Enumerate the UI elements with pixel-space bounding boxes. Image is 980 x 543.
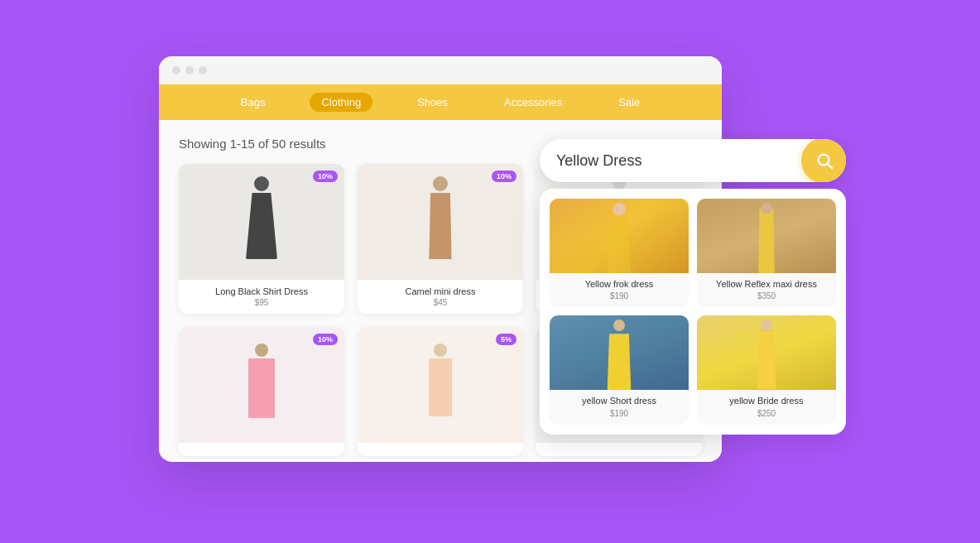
search-query-display[interactable]: Yellow Dress	[540, 152, 801, 170]
product-badge: 10%	[313, 334, 338, 345]
result-name: yellow Short dress	[556, 395, 682, 406]
product-image: 5%	[358, 327, 523, 443]
product-card[interactable]: 10%	[179, 327, 344, 456]
nav-bar: Bags Clothing Shoes Accessories Sale	[159, 84, 722, 120]
browser-titlebar	[159, 56, 722, 84]
svg-line-1	[828, 164, 832, 168]
result-name: yellow Bride dress	[704, 395, 829, 406]
product-figure	[416, 176, 465, 267]
product-image: 10%	[179, 164, 344, 280]
scene: Bags Clothing Shoes Accessories Sale Sho…	[159, 56, 821, 487]
nav-item-clothing[interactable]: Clothing	[310, 93, 372, 112]
result-info: yellow Short dress $190	[550, 390, 689, 424]
product-card[interactable]: 5%	[358, 327, 523, 456]
result-info: Yellow frok dress $190	[550, 273, 689, 307]
product-image: 10%	[358, 164, 523, 280]
result-price: $190	[556, 409, 682, 418]
result-image	[697, 315, 836, 390]
search-result-item[interactable]: Yellow Reflex maxi dress $350	[697, 199, 836, 307]
result-name: Yellow Reflex maxi dress	[704, 278, 829, 290]
result-image	[550, 315, 689, 390]
product-info: Long Black Shirt Dress $95	[179, 280, 344, 314]
product-info	[358, 443, 523, 456]
nav-item-shoes[interactable]: Shoes	[406, 93, 459, 112]
result-price: $250	[704, 409, 829, 418]
result-price: $190	[556, 291, 682, 300]
nav-item-sale[interactable]: Sale	[607, 93, 651, 112]
search-result-item[interactable]: yellow Bride dress $250	[697, 315, 836, 424]
result-image-content	[550, 199, 689, 273]
product-price: $45	[366, 298, 515, 307]
search-icon	[815, 151, 833, 170]
search-overlay: Yellow Dress	[540, 139, 846, 435]
product-name: Camel mini dress	[366, 286, 515, 296]
result-image	[550, 199, 689, 273]
product-image: 10%	[179, 327, 344, 443]
result-price: $350	[704, 291, 829, 300]
product-card[interactable]: 10% Long Black Shirt Dress $95	[179, 164, 344, 314]
product-name: Long Black Shirt Dress	[187, 286, 336, 296]
result-image	[697, 199, 836, 273]
window-dot-red	[172, 66, 180, 74]
product-info	[179, 443, 344, 456]
nav-item-accessories[interactable]: Accessories	[492, 93, 574, 112]
product-info: Camel mini dress $45	[358, 280, 523, 314]
search-button[interactable]	[801, 139, 846, 182]
search-result-item[interactable]: yellow Short dress $190	[550, 315, 689, 424]
product-figure	[237, 176, 286, 267]
window-dot-yellow	[185, 66, 194, 74]
window-dot-green	[199, 66, 207, 74]
product-price: $95	[187, 298, 336, 307]
nav-item-bags[interactable]: Bags	[229, 93, 277, 112]
product-figure	[239, 344, 285, 426]
search-bar: Yellow Dress	[540, 139, 846, 182]
result-info: yellow Bride dress $250	[697, 390, 836, 424]
result-name: Yellow frok dress	[556, 278, 682, 290]
product-badge: 10%	[492, 171, 516, 182]
product-badge: 10%	[313, 171, 338, 182]
product-figure	[420, 344, 461, 426]
search-results-dropdown: Yellow frok dress $190 Yellow Reflex max…	[540, 189, 846, 435]
product-card[interactable]: 10% Camel mini dress $45	[358, 164, 523, 314]
result-info: Yellow Reflex maxi dress $350	[697, 273, 836, 307]
search-result-item[interactable]: Yellow frok dress $190	[550, 199, 689, 307]
product-badge: 5%	[496, 334, 516, 345]
